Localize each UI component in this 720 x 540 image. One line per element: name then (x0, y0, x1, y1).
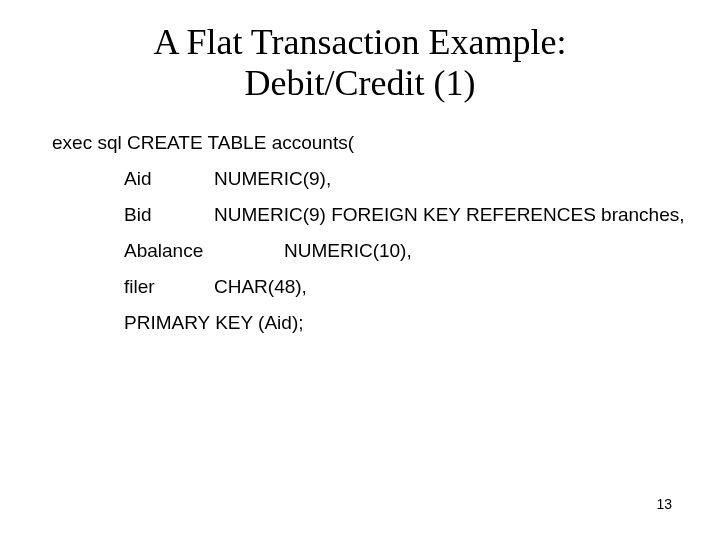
slide: A Flat Transaction Example: Debit/Credit… (0, 0, 720, 540)
col-type-abalance: NUMERIC(10), (284, 240, 412, 261)
sql-col-abalance: AbalanceNUMERIC(10), (52, 241, 720, 260)
col-name-filer: filer (124, 277, 214, 296)
sql-col-aid: AidNUMERIC(9), (52, 169, 720, 188)
title-line-2: Debit/Credit (1) (0, 63, 720, 104)
page-number: 13 (656, 496, 672, 512)
col-type-bid: NUMERIC(9) FOREIGN KEY REFERENCES branch… (214, 204, 685, 225)
title-line-1: A Flat Transaction Example: (0, 22, 720, 63)
slide-body: exec sql CREATE TABLE accounts( AidNUMER… (0, 105, 720, 332)
col-name-abalance: Abalance (124, 241, 284, 260)
sql-primary-key: PRIMARY KEY (Aid); (52, 313, 720, 332)
sql-col-bid: BidNUMERIC(9) FOREIGN KEY REFERENCES bra… (52, 205, 720, 224)
col-name-bid: Bid (124, 205, 214, 224)
col-type-aid: NUMERIC(9), (214, 168, 331, 189)
slide-title: A Flat Transaction Example: Debit/Credit… (0, 0, 720, 105)
col-type-filer: CHAR(48), (214, 276, 307, 297)
sql-col-filer: filerCHAR(48), (52, 277, 720, 296)
sql-create-line: exec sql CREATE TABLE accounts( (52, 133, 720, 152)
col-name-aid: Aid (124, 169, 214, 188)
